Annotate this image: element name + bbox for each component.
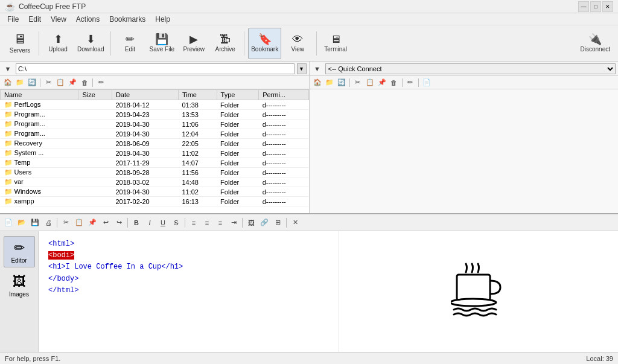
local-rename-button[interactable]: ✏ [95,77,106,88]
menu-actions[interactable]: Actions [71,14,104,25]
ed-new-button[interactable]: 📄 [2,217,14,229]
ed-link-button[interactable]: 🔗 [258,217,270,229]
local-drive-dropdown[interactable]: ▼ [2,63,13,74]
cell-perms: d--------- [259,120,308,129]
ed-undo-button[interactable]: ↩ [100,217,112,229]
ed-paste-button[interactable]: 📌 [86,217,98,229]
ed-print-button[interactable]: 🖨 [42,217,54,229]
ed-cut-button[interactable]: ✂ [60,217,72,229]
servers-label: Servers [10,47,30,54]
remote-drive-dropdown[interactable]: ▼ [312,63,323,74]
local-home-button[interactable]: 🏠 [2,77,13,88]
table-row[interactable]: 📁Program... 2019-04-30 11:06 Folder d---… [1,120,309,129]
table-row[interactable]: 📁Program... 2019-04-23 13:53 Folder d---… [1,110,309,120]
table-row[interactable]: 📁Temp 2017-11-29 14:07 Folder d--------- [1,158,309,168]
terminal-button[interactable]: 🖥 Terminal [320,28,351,59]
ed-save-button[interactable]: 💾 [29,217,41,229]
ed-underline-button[interactable]: U [157,217,169,229]
ltb-sep-1 [40,78,40,87]
remote-rename-button[interactable]: ✏ [405,77,416,88]
preview-pane [338,231,619,352]
code-editor[interactable]: <html> <bodi> <h1>I Love Coffee In a Cup… [39,231,338,352]
table-row[interactable]: 📁System ... 2019-04-30 11:02 Folder d---… [1,148,309,158]
remote-delete-button[interactable]: 🗑 [389,77,400,88]
ed-strikethrough-button[interactable]: S [170,217,182,229]
minimize-button[interactable]: — [578,1,589,12]
cell-date: 2019-04-30 [112,187,178,197]
table-row[interactable]: 📁Windows 2019-04-30 11:02 Folder d------… [1,187,309,197]
window-controls[interactable]: — □ ✕ [578,1,613,12]
edit-icon: ✏ [126,34,135,45]
remote-paste-button[interactable]: 📌 [377,77,387,88]
local-cut-button[interactable]: ✂ [43,77,54,88]
ed-redo-button[interactable]: ↪ [113,217,125,229]
local-paste-button[interactable]: 📌 [67,77,78,88]
bookmark-button[interactable]: 🔖 Bookmark [248,28,281,59]
remote-copy-button[interactable]: 📋 [365,77,375,88]
ed-italic-button[interactable]: I [144,217,156,229]
remote-refresh-button[interactable]: 🔄 [336,77,347,88]
local-file-list[interactable]: Name Size Date Time Type Permi... 📁PerfL… [0,89,309,213]
view-button[interactable]: 👁 View [282,28,313,59]
menu-file[interactable]: File [2,14,24,25]
table-row[interactable]: 📁Program... 2019-04-30 12:04 Folder d---… [1,129,309,139]
edit-button[interactable]: ✏ Edit [115,28,145,59]
table-row[interactable]: 📁Users 2018-09-28 11:56 Folder d--------… [1,168,309,177]
cell-time: 11:56 [178,168,217,177]
images-tab[interactable]: 🖼 Images [4,270,35,301]
ed-indent-button[interactable]: ⇥ [228,217,240,229]
remote-log-button[interactable]: 📄 [421,77,432,88]
cell-name: 📁Program... [1,110,78,120]
col-type[interactable]: Type [217,90,259,100]
cell-name: 📁Windows [1,187,78,197]
cell-type: Folder [217,139,259,148]
maximize-button[interactable]: □ [590,1,601,12]
local-copy-button[interactable]: 📋 [55,77,66,88]
local-path-dropdown[interactable]: ▼ [297,63,307,74]
ed-open-button[interactable]: 📂 [16,217,28,229]
ed-copy-button[interactable]: 📋 [73,217,85,229]
local-path-input[interactable] [16,63,295,74]
menu-view[interactable]: View [46,14,71,25]
table-row[interactable]: 📁xampp 2017-02-20 16:13 Folder d--------… [1,197,309,206]
col-time[interactable]: Time [178,90,217,100]
cell-time: 11:02 [178,148,217,158]
remote-home-button[interactable]: 🏠 [312,77,323,88]
archive-icon: 🗜 [220,34,231,45]
col-name[interactable]: Name [1,90,78,100]
ed-bold-button[interactable]: B [130,217,142,229]
quick-connect-dropdown[interactable]: <-- Quick Connect [325,63,616,74]
local-delete-button[interactable]: 🗑 [79,77,90,88]
cell-size [78,148,112,158]
editor-tab[interactable]: ✏ Editor [4,236,35,267]
ed-aligncenter-button[interactable]: ≡ [201,217,213,229]
remote-new-button[interactable]: 📁 [324,77,335,88]
cell-type: Folder [217,158,259,168]
table-row[interactable]: 📁PerfLogs 2018-04-12 01:38 Folder d-----… [1,100,309,110]
local-new-button[interactable]: 📁 [14,77,25,88]
menu-help[interactable]: Help [150,14,175,25]
col-date[interactable]: Date [112,90,178,100]
menu-edit[interactable]: Edit [24,14,46,25]
upload-button[interactable]: ⬆ Upload [43,28,73,59]
servers-button[interactable]: 🖥 Servers [5,28,35,59]
remote-cut-button[interactable]: ✂ [352,77,363,88]
ed-alignleft-button[interactable]: ≡ [188,217,200,229]
ed-alignright-button[interactable]: ≡ [214,217,226,229]
archive-button[interactable]: 🗜 Archive [210,28,240,59]
remote-file-list[interactable] [310,89,619,213]
local-refresh-button[interactable]: 🔄 [27,77,37,88]
table-row[interactable]: 📁var 2018-03-02 14:48 Folder d--------- [1,177,309,187]
ed-close-button[interactable]: ✕ [289,217,301,229]
disconnect-button[interactable]: 🔌 Disconnect [578,28,613,59]
table-row[interactable]: 📁Recovery 2018-06-09 22:05 Folder d-----… [1,139,309,148]
menu-bookmarks[interactable]: Bookmarks [104,14,150,25]
col-size[interactable]: Size [78,90,112,100]
close-button[interactable]: ✕ [602,1,613,12]
ed-image-button[interactable]: 🖼 [245,217,257,229]
savefile-button[interactable]: 💾 Save File [146,28,177,59]
preview-button[interactable]: ▶ Preview [179,28,209,59]
col-permi[interactable]: Permi... [259,90,308,100]
download-button[interactable]: ⬇ Download [74,28,107,59]
ed-table-button[interactable]: ⊞ [272,217,284,229]
